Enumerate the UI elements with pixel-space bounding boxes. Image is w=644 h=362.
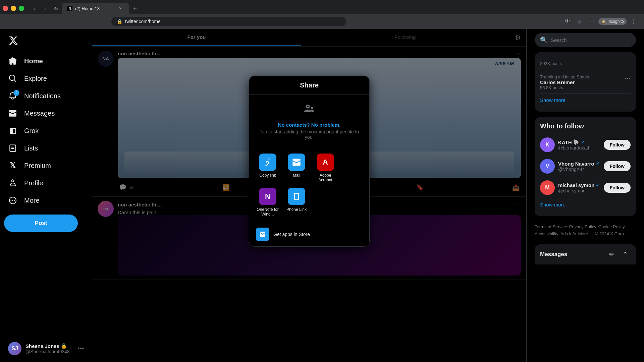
phonelink-icon bbox=[288, 188, 305, 205]
browser-actions: 👁 ☆ □ 🕵 Incognito ⋮ bbox=[562, 16, 639, 27]
active-tab[interactable]: 𝕏 (2) Home / X × bbox=[62, 3, 129, 14]
vhong-handle: @VhongX44 bbox=[558, 167, 600, 172]
messages-dock-title: Messages bbox=[540, 251, 604, 258]
footer-accessibility[interactable]: Accessibility bbox=[535, 231, 558, 236]
messages-compose-button[interactable]: ✏ bbox=[606, 249, 617, 260]
trending-item-1[interactable]: Trending in United States Carlos Bremer … bbox=[540, 71, 631, 94]
profile-section[interactable]: SJ Sheena Jones 🔒 @SheenaJone49348 ••• bbox=[4, 338, 88, 359]
close-window-button[interactable] bbox=[3, 6, 8, 11]
michael-avatar: M bbox=[540, 180, 555, 195]
lists-label: Lists bbox=[24, 144, 38, 152]
follow-vhong-button[interactable]: Follow bbox=[604, 161, 631, 171]
trending-box: 202K posts Trending in United States Car… bbox=[535, 52, 636, 112]
sidebar-item-lists[interactable]: Lists bbox=[4, 139, 88, 157]
share-modal: Share No contacts? No problem. Tap to st… bbox=[249, 76, 370, 247]
sidebar-item-profile[interactable]: Profile bbox=[4, 174, 88, 192]
footer-terms[interactable]: Terms of Service bbox=[535, 224, 567, 229]
profile-label: Profile bbox=[24, 179, 43, 187]
url-bar[interactable]: 🔒 twitter.com/home bbox=[111, 17, 346, 26]
left-sidebar: Home Explore Notifications 2 Messages bbox=[0, 29, 92, 362]
get-apps-label: Get apps in Store bbox=[273, 232, 310, 237]
modal-backdrop[interactable]: Share No contacts? No problem. Tap to st… bbox=[92, 29, 526, 362]
trending-count: 56.8K posts bbox=[540, 85, 589, 90]
footer-more[interactable]: More ··· bbox=[578, 231, 593, 236]
kath-emoji: 🐘 bbox=[573, 139, 580, 145]
twitter-app: Home Explore Notifications 2 Messages bbox=[0, 29, 644, 362]
share-contacts-section[interactable]: No contacts? No problem. Tap to start ad… bbox=[249, 95, 369, 148]
maximize-window-button[interactable] bbox=[19, 6, 24, 11]
search-placeholder: Search bbox=[551, 37, 567, 43]
user-avatar: SJ bbox=[8, 342, 21, 355]
sidebar-item-home[interactable]: Home bbox=[4, 52, 88, 70]
grok-label: Grok bbox=[24, 127, 39, 135]
more-label: More bbox=[24, 197, 40, 204]
notifications-label: Notifications bbox=[24, 92, 61, 100]
eye-hidden-button[interactable]: 👁 bbox=[562, 16, 573, 27]
share-modal-header: Share bbox=[249, 76, 369, 95]
share-app-mail[interactable]: Mail bbox=[285, 154, 308, 182]
trending-context: Trending in United States bbox=[540, 74, 589, 79]
bookmark-button[interactable]: ☆ bbox=[574, 16, 585, 27]
new-tab-button[interactable]: + bbox=[130, 4, 140, 13]
explore-icon bbox=[8, 74, 17, 83]
phonelink-label: Phone Link bbox=[286, 207, 307, 212]
profile-nav-icon bbox=[8, 178, 17, 188]
sidebar-item-messages[interactable]: Messages bbox=[4, 105, 88, 122]
minimize-window-button[interactable] bbox=[11, 6, 16, 11]
trending-more-button[interactable]: ⋯ bbox=[625, 74, 631, 82]
vhong-name: Vhong Navarro ✓ bbox=[558, 161, 600, 167]
contacts-icon bbox=[256, 103, 363, 119]
lists-icon bbox=[8, 143, 17, 153]
grok-icon: ◧ bbox=[8, 126, 17, 135]
sidebar-item-explore[interactable]: Explore bbox=[4, 70, 88, 87]
sidebar-nav: Home Explore Notifications 2 Messages bbox=[4, 52, 88, 209]
profile-info: Sheena Jones 🔒 @SheenaJone49348 bbox=[25, 343, 73, 354]
notifications-badge: 2 bbox=[13, 90, 19, 96]
messages-icon bbox=[8, 109, 17, 118]
reload-button[interactable]: ↻ bbox=[51, 4, 60, 13]
sidebar-item-more[interactable]: More bbox=[4, 192, 88, 209]
browser-chrome: ‹ › ↻ 𝕏 (2) Home / X × + 🔒 twitter.com/h… bbox=[0, 0, 644, 29]
post-button[interactable]: Post bbox=[4, 215, 78, 232]
premium-icon: 𝕏 bbox=[8, 161, 17, 170]
no-contacts-subtitle: Tap to start adding the most important p… bbox=[256, 129, 363, 140]
sidebar-item-grok[interactable]: ◧ Grok bbox=[4, 122, 88, 139]
share-title: Share bbox=[300, 81, 319, 89]
vhong-verified-icon: ✓ bbox=[596, 161, 600, 166]
tab-close-button[interactable]: × bbox=[117, 5, 123, 11]
who-to-follow-box: Who to follow K KATH 🐘 ✓ @bernardokath F… bbox=[535, 117, 636, 216]
follow-kath-button[interactable]: Follow bbox=[604, 140, 631, 150]
share-app-onenote[interactable]: N OneNote for Wind... bbox=[256, 188, 279, 217]
sidebar-item-premium[interactable]: 𝕏 Premium bbox=[4, 157, 88, 174]
footer-ads[interactable]: Ads info bbox=[560, 231, 576, 236]
messages-collapse-button[interactable]: ⌃ bbox=[620, 249, 631, 260]
extensions-button[interactable]: ⋮ bbox=[628, 16, 639, 27]
get-apps-section[interactable]: Get apps in Store bbox=[249, 222, 369, 246]
share-app-phonelink[interactable]: Phone Link bbox=[285, 188, 308, 217]
share-app-adobe[interactable]: A Adobe Acrobat bbox=[314, 154, 337, 182]
sidebar-item-notifications[interactable]: Notifications 2 bbox=[4, 87, 88, 105]
trending-name: Carlos Bremer bbox=[540, 79, 589, 85]
tab-favicon: 𝕏 bbox=[67, 6, 72, 11]
more-icon bbox=[8, 196, 17, 205]
secure-icon: 🔒 bbox=[117, 19, 122, 24]
messages-label: Messages bbox=[24, 110, 55, 117]
back-navigation-button[interactable]: ‹ bbox=[30, 4, 39, 13]
vhong-info: Vhong Navarro ✓ @VhongX44 bbox=[558, 161, 600, 172]
trending-item-top: 202K posts bbox=[540, 58, 631, 71]
share-app-copy-link[interactable]: Copy link bbox=[256, 154, 279, 182]
main-feed: For you Following ⚙ NA non aesthetic thi… bbox=[92, 29, 527, 362]
who-to-follow-show-more[interactable]: Show more bbox=[540, 198, 631, 211]
trending-posts-count: 202K posts bbox=[540, 61, 631, 66]
follow-michael-button[interactable]: Follow bbox=[604, 183, 631, 193]
x-logo[interactable] bbox=[4, 32, 88, 51]
footer-privacy[interactable]: Privacy Policy bbox=[569, 224, 596, 229]
profile-button[interactable]: □ bbox=[586, 16, 597, 27]
forward-navigation-button[interactable]: › bbox=[40, 4, 50, 13]
search-box[interactable]: 🔍 Search bbox=[535, 33, 636, 47]
footer-cookie[interactable]: Cookie Policy bbox=[598, 224, 625, 229]
footer-links: Terms of Service Privacy Policy Cookie P… bbox=[535, 222, 636, 239]
michael-verified-icon: ✓ bbox=[596, 182, 600, 188]
trending-show-more[interactable]: Show more bbox=[540, 94, 631, 106]
search-icon: 🔍 bbox=[540, 36, 547, 44]
